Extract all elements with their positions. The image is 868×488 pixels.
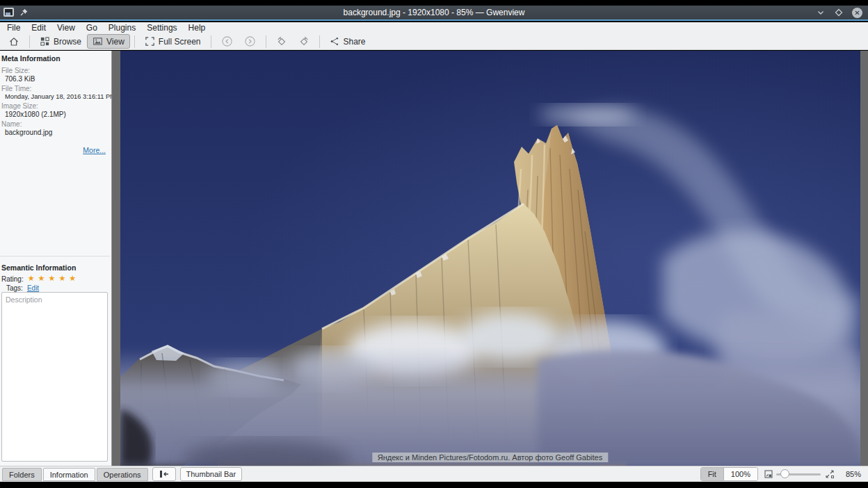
fullscreen-icon xyxy=(145,36,155,47)
meta-field-value: background.jpg xyxy=(0,128,111,136)
next-icon xyxy=(244,35,256,47)
fullscreen-label: Full Screen xyxy=(159,37,201,47)
toolbar-separator xyxy=(134,35,135,48)
menu-plugins[interactable]: Plugins xyxy=(103,22,141,33)
zoom-mode-group: Fit 100% xyxy=(700,467,758,481)
rotate-left-button[interactable] xyxy=(271,34,293,49)
toolbar-separator xyxy=(29,35,30,48)
home-icon xyxy=(8,36,19,47)
browse-button[interactable]: Browse xyxy=(34,34,87,49)
description-input[interactable] xyxy=(1,292,108,462)
tab-operations[interactable]: Operations xyxy=(97,468,148,481)
next-button[interactable] xyxy=(239,34,262,49)
zoom-in-icon xyxy=(825,469,835,479)
window-title: background.jpg - 1920x1080 - 85% — Gwenv… xyxy=(0,8,868,17)
zoom-slider[interactable] xyxy=(776,469,821,480)
view-button[interactable]: View xyxy=(87,34,130,49)
minimize-button[interactable] xyxy=(816,8,826,17)
sidebar-tabs: Folders Information Operations xyxy=(2,468,148,481)
tags-edit-link[interactable]: Edit xyxy=(27,284,39,292)
browse-grid-icon xyxy=(40,36,50,47)
meta-field-label: Image Size: xyxy=(0,100,111,110)
close-button[interactable]: ✕ xyxy=(852,8,862,18)
zoom-100-button[interactable]: 100% xyxy=(723,468,757,480)
view-label: View xyxy=(106,37,124,47)
zoom-percentage: 85% xyxy=(837,470,861,478)
zoom-out-icon xyxy=(764,469,773,479)
menu-help[interactable]: Help xyxy=(183,22,211,33)
maximize-button[interactable] xyxy=(834,8,844,17)
view-image-icon xyxy=(93,36,103,47)
semantic-information-title: Semantic Information xyxy=(0,260,111,274)
meta-field-label: File Size: xyxy=(0,65,111,74)
sidebar-collapse-icon xyxy=(159,469,170,479)
main-area: Meta Information File Size: 706.3 KiB Fi… xyxy=(0,51,868,466)
image-view[interactable]: Яндекс и Minden Pictures/Fotodom.ru. Авт… xyxy=(111,51,868,466)
meta-information-title: Meta Information xyxy=(0,51,111,65)
gwenview-window: background.jpg - 1920x1080 - 85% — Gwenv… xyxy=(0,0,868,488)
pin-icon[interactable] xyxy=(19,8,29,17)
rotate-left-icon xyxy=(276,36,287,47)
toolbar-separator xyxy=(266,35,266,48)
rating-stars[interactable]: ★ ★ ★ ★ ★ xyxy=(28,274,77,283)
toolbar-separator xyxy=(319,35,320,48)
previous-icon xyxy=(221,35,233,47)
fullscreen-button[interactable]: Full Screen xyxy=(139,34,207,49)
toggle-sidebar-button[interactable] xyxy=(152,467,176,481)
fit-button[interactable]: Fit xyxy=(701,468,723,480)
zoom-slider-knob[interactable] xyxy=(780,469,789,478)
tags-label: Tags: xyxy=(6,284,23,292)
screen-letterbox xyxy=(0,482,868,488)
home-button[interactable] xyxy=(3,34,25,49)
tab-information[interactable]: Information xyxy=(43,468,95,481)
titlebar[interactable]: background.jpg - 1920x1080 - 85% — Gwenv… xyxy=(0,6,868,21)
more-link[interactable]: More... xyxy=(83,146,106,154)
share-icon xyxy=(330,36,340,47)
toolbar: Browse View Full Screen xyxy=(0,33,868,50)
zoom-in-button[interactable] xyxy=(825,469,835,479)
browse-label: Browse xyxy=(54,37,81,47)
photo-mountain xyxy=(120,51,860,466)
meta-field-value: 706.3 KiB xyxy=(0,74,111,83)
menu-view[interactable]: View xyxy=(51,22,81,33)
rotate-right-button[interactable] xyxy=(293,34,315,49)
information-sidebar: Meta Information File Size: 706.3 KiB Fi… xyxy=(0,51,111,466)
toolbar-separator xyxy=(211,35,211,48)
menu-settings[interactable]: Settings xyxy=(141,22,182,33)
menu-edit[interactable]: Edit xyxy=(26,22,51,33)
app-icon[interactable] xyxy=(3,8,14,17)
meta-field-value: Monday, January 18, 2016 3:16:11 PM MSK xyxy=(0,92,111,100)
share-label: Share xyxy=(344,37,366,47)
tab-folders[interactable]: Folders xyxy=(2,468,42,481)
statusbar: Folders Information Operations Thumbnail… xyxy=(0,466,868,482)
image-caption: Яндекс и Minden Pictures/Fotodom.ru. Авт… xyxy=(372,453,608,462)
sidebar-divider xyxy=(0,256,110,257)
menu-go[interactable]: Go xyxy=(81,22,103,33)
rotate-right-icon xyxy=(298,36,310,47)
meta-field-label: File Time: xyxy=(0,83,111,92)
zoom-out-button[interactable] xyxy=(764,469,773,479)
rating-label: Rating: xyxy=(1,275,24,283)
thumbnail-bar-button[interactable]: Thumbnail Bar xyxy=(180,467,243,481)
meta-field-label: Name: xyxy=(0,118,111,128)
menubar: File Edit View Go Plugins Settings Help xyxy=(0,22,868,33)
previous-button[interactable] xyxy=(216,34,239,49)
menu-file[interactable]: File xyxy=(1,22,26,33)
meta-field-value: 1920x1080 (2.1MP) xyxy=(0,110,111,118)
share-button[interactable]: Share xyxy=(324,34,371,49)
thumbnail-bar-label: Thumbnail Bar xyxy=(186,470,236,478)
